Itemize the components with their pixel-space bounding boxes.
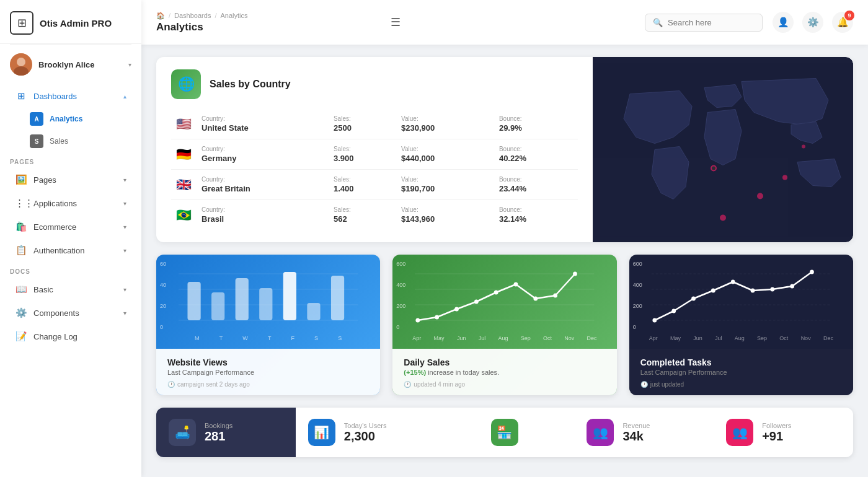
store-icon: 🏪 — [491, 419, 518, 446]
notification-badge: 9 — [844, 11, 854, 20]
svg-point-26 — [454, 307, 459, 312]
user-profile-button[interactable]: 👤 — [773, 12, 794, 33]
country-flag: 🇩🇪 — [176, 147, 192, 162]
y-axis-labels: 60 40 20 0 — [160, 261, 166, 330]
sidebar-item-basic[interactable]: 📖 Basic ▾ — [5, 278, 136, 300]
svg-point-45 — [810, 270, 814, 274]
settings-button[interactable]: ⚙️ — [802, 12, 823, 33]
clock-icon-3: 🕐 — [640, 381, 648, 388]
table-row: 🇧🇷 Country: Brasil Sales: 562 Value: $14… — [171, 200, 578, 230]
completed-tasks-chart: 600 400 200 0 — [629, 255, 853, 349]
search-icon: 🔍 — [653, 18, 663, 27]
sidebar-item-analytics[interactable]: A Analytics — [5, 108, 136, 130]
search-input[interactable] — [668, 18, 755, 27]
svg-point-7 — [711, 166, 716, 171]
revenue-icon: 👥 — [587, 419, 614, 446]
breadcrumb-dashboards[interactable]: Dashboards — [174, 12, 211, 19]
website-views-time: 🕐 campaign sent 2 days ago — [167, 381, 369, 388]
logo-text: Otis Admin PRO — [40, 18, 112, 28]
svg-point-4 — [720, 215, 726, 221]
revenue-label: Revenue — [622, 422, 650, 429]
sales-badge: S — [30, 134, 43, 148]
svg-point-6 — [782, 175, 787, 180]
svg-rect-13 — [187, 282, 200, 320]
svg-rect-18 — [307, 303, 320, 320]
svg-point-5 — [757, 193, 763, 199]
breadcrumb: 🏠 / Dashboards / Analytics Analytics — [156, 12, 376, 33]
country-flag: 🇧🇷 — [176, 208, 192, 222]
applications-icon: ⋮⋮ — [15, 198, 27, 209]
ecommerce-icon: 🛍️ — [15, 221, 27, 232]
notifications-button[interactable]: 🔔 9 — [832, 12, 853, 33]
users-value: 2,300 — [344, 429, 387, 444]
chevron-up-icon: ▴ — [123, 93, 126, 100]
svg-point-43 — [770, 287, 774, 292]
website-views-title: Website Views — [167, 357, 369, 367]
svg-point-32 — [573, 272, 577, 276]
followers-text: Followers +91 — [762, 422, 791, 444]
svg-point-39 — [691, 297, 696, 301]
svg-point-44 — [790, 284, 794, 289]
followers-icon: 👥 — [726, 419, 753, 446]
stat-users: 📊 Today's Users 2,300 — [296, 408, 435, 457]
chevron-down-icon-5: ▾ — [123, 286, 126, 293]
sidebar-item-sales[interactable]: S Sales — [5, 130, 136, 152]
svg-rect-17 — [283, 272, 296, 320]
content-area: 🌐 Sales by Country 🇺🇸 Country: United St… — [141, 45, 868, 477]
table-row: 🇩🇪 Country: Germany Sales: 3.900 Value: … — [171, 139, 578, 170]
header: 🏠 / Dashboards / Analytics Analytics ☰ 🔍… — [141, 0, 868, 45]
header-actions: 👤 ⚙️ 🔔 9 — [773, 12, 853, 33]
sales-table-section: 🌐 Sales by Country 🇺🇸 Country: United St… — [156, 57, 593, 242]
revenue-value: 34k — [622, 429, 650, 444]
completed-tasks-subtitle: Last Campaign Performance — [640, 369, 842, 376]
sidebar-item-dashboards[interactable]: ⊞ Dashboards ▴ — [5, 85, 136, 107]
svg-point-41 — [730, 280, 735, 284]
sidebar-logo: ⊞ Otis Admin PRO — [0, 0, 141, 44]
card-title: Sales by Country — [210, 79, 291, 90]
followers-value: +91 — [762, 429, 791, 444]
breadcrumb-current: Analytics — [220, 12, 247, 19]
card-header: 🌐 Sales by Country — [171, 69, 578, 99]
svg-rect-15 — [236, 278, 249, 320]
home-icon: 🏠 — [156, 12, 165, 20]
svg-point-29 — [514, 282, 518, 287]
avatar — [10, 53, 32, 76]
svg-point-28 — [494, 291, 498, 295]
svg-point-1 — [17, 58, 25, 66]
chevron-down-icon-4: ▾ — [123, 247, 126, 254]
sidebar-item-ecommerce[interactable]: 🛍️ Ecommerce ▾ — [5, 216, 136, 238]
sidebar-user[interactable]: Brooklyn Alice ▾ — [0, 45, 141, 84]
svg-rect-16 — [259, 288, 272, 320]
bookings-label: Bookings — [205, 422, 232, 429]
daily-y-labels: 600 400 200 0 — [396, 261, 405, 330]
stat-bookings: 🛋️ Bookings 281 — [156, 408, 296, 457]
user-chevron-icon: ▾ — [128, 61, 131, 68]
menu-toggle-button[interactable]: ☰ — [386, 13, 405, 32]
daily-sales-tag: (+15%) — [404, 369, 426, 376]
sidebar-item-pages[interactable]: 🖼️ Pages ▾ — [5, 168, 136, 191]
stat-followers: 👥 Followers +91 — [714, 408, 853, 457]
sidebar-item-authentication[interactable]: 📋 Authentication ▾ — [5, 239, 136, 261]
pages-icon: 🖼️ — [15, 174, 27, 185]
clock-icon-2: 🕐 — [404, 381, 411, 388]
svg-point-42 — [750, 289, 755, 293]
chevron-down-icon-6: ▾ — [123, 310, 126, 317]
sidebar-item-changelog[interactable]: 📝 Change Log — [5, 325, 136, 348]
country-flag: 🇬🇧 — [176, 177, 192, 192]
sidebar-item-applications[interactable]: ⋮⋮ Applications ▾ — [5, 192, 136, 214]
chevron-down-icon: ▾ — [123, 177, 126, 183]
country-table: 🇺🇸 Country: United State Sales: 2500 Val… — [171, 109, 578, 230]
followers-label: Followers — [762, 422, 791, 429]
world-map — [593, 57, 853, 242]
search-box[interactable]: 🔍 — [645, 14, 763, 32]
revenue-text: Revenue 34k — [622, 422, 650, 444]
svg-point-27 — [474, 300, 479, 304]
sidebar-item-components[interactable]: ⚙️ Components ▾ — [5, 302, 136, 324]
x-axis-labels: M T W T F S S — [166, 335, 370, 346]
svg-point-31 — [554, 294, 558, 298]
globe-icon: 🌐 — [171, 69, 201, 99]
svg-point-8 — [802, 145, 805, 149]
analytics-badge: A — [30, 112, 43, 126]
daily-sales-title: Daily Sales — [404, 357, 605, 367]
stat-revenue: 👥 Revenue 34k — [574, 408, 714, 457]
